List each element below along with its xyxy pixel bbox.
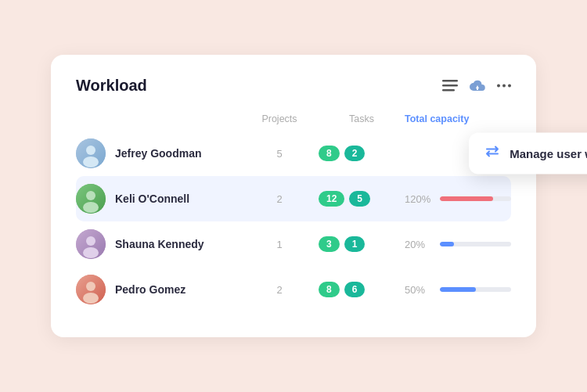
svg-point-13 xyxy=(83,202,99,213)
user-name: Jefrey Goodman xyxy=(115,147,201,160)
col-projects-label: Projects xyxy=(248,113,311,124)
avatar xyxy=(76,229,106,259)
progress-bar-bg xyxy=(440,242,511,246)
svg-point-9 xyxy=(86,146,95,155)
workload-card: Workload xyxy=(51,55,536,337)
user-cell: Jefrey Goodman xyxy=(76,138,248,168)
swap-icon xyxy=(484,144,500,164)
card-header: Workload xyxy=(76,77,511,95)
tasks-badge-primary: 8 xyxy=(319,282,340,297)
tooltip-text: Manage user workload xyxy=(510,147,587,160)
progress-bar-fill xyxy=(440,196,493,201)
svg-point-18 xyxy=(86,282,95,291)
projects-count: 2 xyxy=(248,193,311,205)
user-name: Shauna Kennedy xyxy=(115,238,204,250)
svg-point-12 xyxy=(86,191,95,200)
capacity-cell: 120% xyxy=(405,193,511,205)
tasks-badge-secondary: 1 xyxy=(344,236,366,252)
table-header: Projects Tasks Total capacity xyxy=(76,113,511,131)
avatar xyxy=(76,138,106,168)
table-row: Jefrey Goodman 5 8 2 Manage user workloa… xyxy=(76,131,511,176)
projects-count: 2 xyxy=(248,284,311,296)
avatar xyxy=(76,184,106,214)
svg-point-15 xyxy=(86,236,95,246)
progress-bar-fill xyxy=(440,287,476,292)
user-cell: Keli O'Connell xyxy=(76,184,248,214)
svg-rect-1 xyxy=(442,85,458,87)
more-icon[interactable] xyxy=(497,84,511,88)
cloud-icon[interactable] xyxy=(469,79,486,93)
col-capacity-label: Total capacity xyxy=(405,113,511,124)
tasks-badge-secondary: 5 xyxy=(349,191,370,207)
progress-bar-bg xyxy=(440,287,511,292)
svg-rect-0 xyxy=(442,80,458,82)
tasks-badge-primary: 8 xyxy=(319,146,340,161)
progress-bar-fill xyxy=(440,242,454,246)
page-title: Workload xyxy=(76,77,147,95)
svg-point-16 xyxy=(83,247,99,258)
tasks-badge-secondary: 2 xyxy=(344,146,366,161)
list-icon[interactable] xyxy=(442,80,458,92)
user-name: Keli O'Connell xyxy=(115,192,189,205)
tasks-badges: 12 5 xyxy=(311,191,405,207)
manage-workload-tooltip[interactable]: Manage user workload xyxy=(469,133,587,174)
projects-count: 1 xyxy=(248,239,311,250)
col-tasks-label: Tasks xyxy=(311,113,405,124)
tasks-badges: 8 2 xyxy=(311,146,405,161)
svg-rect-4 xyxy=(477,88,478,90)
svg-point-6 xyxy=(502,85,506,88)
table-row: Pedro Gomez 2 8 6 50% xyxy=(76,267,511,312)
capacity-percent: 20% xyxy=(405,239,432,250)
tasks-badge-secondary: 6 xyxy=(344,282,366,297)
projects-count: 5 xyxy=(248,148,311,160)
table-row: Shauna Kennedy 1 3 1 20% xyxy=(76,221,511,267)
user-cell: Shauna Kennedy xyxy=(76,229,248,259)
progress-bar-bg xyxy=(440,196,511,201)
tasks-badges: 3 1 xyxy=(311,236,405,252)
capacity-percent: 50% xyxy=(405,284,432,296)
capacity-cell: 20% xyxy=(405,239,511,250)
header-actions xyxy=(442,79,511,93)
svg-point-19 xyxy=(83,293,99,304)
tasks-badge-primary: 12 xyxy=(319,191,344,207)
user-name: Pedro Gomez xyxy=(115,283,185,296)
tasks-badges: 8 6 xyxy=(311,282,405,297)
capacity-percent: 120% xyxy=(405,193,432,205)
tasks-badge-primary: 3 xyxy=(319,236,340,252)
user-cell: Pedro Gomez xyxy=(76,275,248,304)
capacity-cell: 50% xyxy=(405,284,511,296)
svg-point-7 xyxy=(508,85,511,88)
avatar xyxy=(76,275,106,304)
svg-point-5 xyxy=(497,85,500,88)
table-row: Keli O'Connell 2 12 5 120% xyxy=(76,176,511,221)
svg-rect-2 xyxy=(442,89,455,92)
svg-point-10 xyxy=(83,156,99,167)
